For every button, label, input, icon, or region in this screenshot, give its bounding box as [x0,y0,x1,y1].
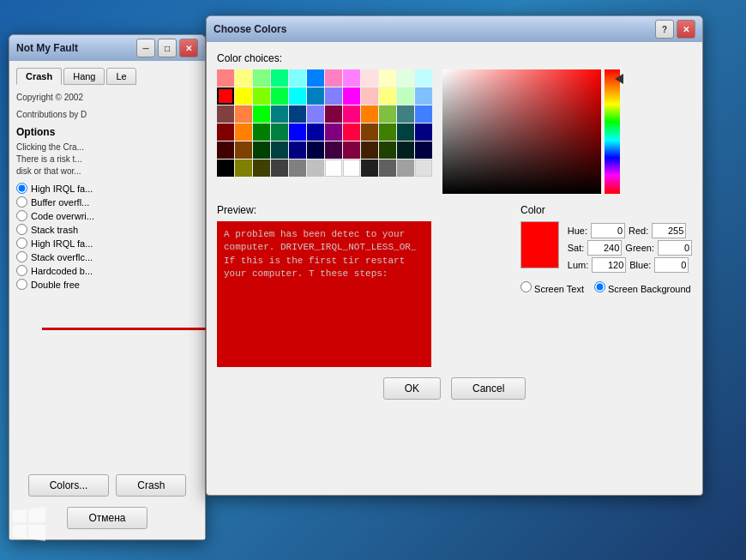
swatch[interactable] [217,105,234,123]
blue-input[interactable] [654,257,689,273]
hue-input[interactable] [591,223,625,238]
swatch[interactable] [361,123,378,141]
swatch[interactable] [379,160,396,177]
help-button[interactable]: ? [655,20,674,39]
swatch[interactable] [289,105,306,123]
swatch[interactable] [271,69,288,87]
swatch[interactable] [271,87,288,105]
swatch[interactable] [325,123,342,141]
swatch[interactable] [253,69,270,87]
swatch[interactable] [325,142,342,159]
swatch[interactable] [307,142,324,159]
swatch[interactable] [235,123,252,141]
swatch[interactable] [307,160,324,177]
radio-buffer[interactable]: Buffer overfl... [16,196,198,208]
swatch[interactable] [343,69,360,87]
swatch[interactable] [289,87,306,105]
swatch[interactable] [217,160,234,177]
screen-text-option[interactable]: Screen Text [520,281,584,294]
swatch[interactable] [307,69,324,87]
swatch[interactable] [235,69,252,87]
swatch[interactable] [325,160,342,177]
swatch[interactable] [343,160,360,177]
swatch[interactable] [253,123,270,141]
swatch[interactable] [217,123,234,141]
tab-crash[interactable]: Crash [16,68,62,85]
swatch[interactable] [415,123,432,141]
swatch[interactable] [235,105,252,123]
swatch[interactable] [379,69,396,87]
swatch[interactable] [343,105,360,123]
swatch[interactable] [361,69,378,87]
swatch[interactable] [397,87,414,105]
swatch[interactable] [307,123,324,141]
green-input[interactable] [658,240,692,256]
swatch[interactable] [307,87,324,105]
radio-code[interactable]: Code overwri... [16,210,198,221]
swatch[interactable] [235,87,252,105]
swatch[interactable] [253,87,270,105]
swatch[interactable] [415,87,432,105]
radio-hardcoded[interactable]: Hardcoded b... [16,265,198,276]
swatch[interactable] [379,142,396,159]
swatch[interactable] [343,87,360,105]
radio-double-free[interactable]: Double free [16,279,198,290]
swatch[interactable] [397,69,414,87]
swatch[interactable] [397,123,414,141]
swatch[interactable] [379,105,396,123]
cancel-button[interactable]: Отмена [67,507,147,529]
swatch[interactable] [289,123,306,141]
bg-maximize-button[interactable]: □ [158,39,177,57]
radio-stack-trash[interactable]: Stack trash [16,224,198,235]
sat-input[interactable] [587,240,622,256]
tab-le[interactable]: Le [106,68,135,85]
swatch[interactable] [397,142,414,159]
crash-button[interactable]: Crash [116,474,186,497]
swatch[interactable] [397,160,414,177]
swatch[interactable] [415,160,432,177]
swatch[interactable] [289,69,306,87]
swatch[interactable] [325,105,342,123]
swatch[interactable] [271,160,288,177]
hue-bar[interactable] [605,69,620,194]
swatch[interactable] [217,142,234,159]
swatch[interactable] [343,142,360,159]
swatch[interactable] [325,87,342,105]
close-button[interactable]: ✕ [677,20,695,39]
swatch[interactable] [397,105,414,123]
swatch[interactable] [271,142,288,159]
red-input[interactable] [652,223,686,238]
swatch[interactable] [253,142,270,159]
swatch[interactable] [271,105,288,123]
swatch[interactable] [343,123,360,141]
swatch[interactable] [415,142,432,159]
hue-slider[interactable] [615,74,623,84]
radio-high-irql[interactable]: High IRQL fa... [16,183,198,194]
swatch[interactable] [271,123,288,141]
swatch[interactable] [235,160,252,177]
radio-high-irql2[interactable]: High IRQL fa... [16,238,198,249]
swatch[interactable] [361,105,378,123]
radio-stack-overflow[interactable]: Stack overflc... [16,251,198,262]
swatch[interactable] [415,105,432,123]
bg-minimize-button[interactable]: ─ [136,39,155,57]
swatch[interactable] [289,142,306,159]
dialog-cancel-button[interactable]: Cancel [451,377,526,400]
swatch[interactable] [379,87,396,105]
swatch[interactable] [253,105,270,123]
swatch[interactable] [361,142,378,159]
swatch[interactable] [253,160,270,177]
color-gradient-area[interactable] [442,69,601,194]
swatch[interactable] [415,69,432,87]
swatch[interactable] [361,87,378,105]
swatch[interactable] [379,123,396,141]
swatch[interactable] [325,69,342,87]
swatch[interactable] [235,142,252,159]
swatch[interactable] [307,105,324,123]
tab-hang[interactable]: Hang [63,68,105,85]
swatch[interactable] [361,160,378,177]
swatch[interactable] [289,160,306,177]
colors-button[interactable]: Colors... [28,474,110,497]
swatch-selected[interactable] [217,87,234,105]
ok-button[interactable]: OK [383,377,441,400]
